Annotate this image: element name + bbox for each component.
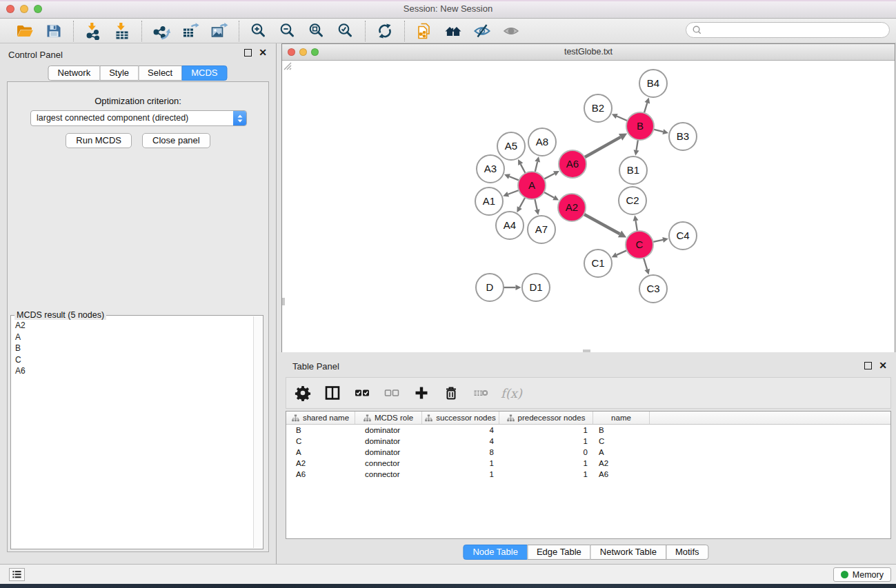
select-all-button[interactable] xyxy=(352,383,372,403)
tab-mcds[interactable]: MCDS xyxy=(181,65,227,81)
table-row[interactable]: Cdominator41C xyxy=(286,436,890,447)
mcds-result-item[interactable]: C xyxy=(15,354,253,366)
table-panel: Table Panel ✕ f(x) shared nameMCDS roles… xyxy=(277,352,896,564)
toggle-column-button[interactable] xyxy=(323,383,342,403)
delete-column-button xyxy=(471,383,490,403)
zoom-out-button[interactable] xyxy=(277,21,298,41)
import-table-button[interactable] xyxy=(112,21,132,41)
export-image-button[interactable] xyxy=(209,21,230,41)
table-row[interactable]: Bdominator41B xyxy=(286,425,890,436)
table-row[interactable]: A2connector11A2 xyxy=(286,458,890,469)
tab-network-table[interactable]: Network Table xyxy=(590,545,666,560)
export-table-button[interactable] xyxy=(180,21,201,41)
network-zoom-icon[interactable] xyxy=(311,48,319,56)
select-all-icon xyxy=(354,385,370,401)
graph-edge-A6-B[interactable] xyxy=(584,137,621,158)
refresh-layout-button[interactable] xyxy=(375,21,395,41)
canvas-vscroll-thumb[interactable] xyxy=(282,298,285,305)
network-close-icon[interactable] xyxy=(288,48,295,56)
edge-arrowhead-icon xyxy=(516,285,521,290)
settings-gear-icon xyxy=(295,385,311,401)
hide-selected-button[interactable] xyxy=(472,21,492,41)
resize-grip-icon[interactable] xyxy=(282,61,292,70)
mcds-result-item[interactable]: A2 xyxy=(15,320,253,332)
run-mcds-button[interactable]: Run MCDS xyxy=(66,133,132,148)
table-row[interactable]: A6connector11A6 xyxy=(286,469,890,480)
float-table-panel-icon[interactable] xyxy=(864,362,872,369)
criterion-select[interactable]: largest connected component (directed) xyxy=(30,110,247,126)
table-row[interactable]: Adominator80A xyxy=(286,447,890,458)
search-input[interactable] xyxy=(706,26,884,35)
control-panel-tabs: NetworkStyleSelectMCDS xyxy=(48,65,227,81)
save-session-button[interactable] xyxy=(43,21,64,41)
tab-edge-table[interactable]: Edge Table xyxy=(527,545,591,560)
node-label-A7: A7 xyxy=(535,223,548,235)
table-cell: A2 xyxy=(286,458,355,469)
memory-button[interactable]: Memory xyxy=(833,567,891,582)
zoom-selected-button[interactable] xyxy=(335,21,356,41)
close-window-icon[interactable] xyxy=(6,5,14,13)
show-panels-button[interactable] xyxy=(9,568,25,581)
copy-network-button[interactable] xyxy=(414,21,435,41)
close-table-panel-icon[interactable]: ✕ xyxy=(879,362,887,369)
result-scrollbar[interactable] xyxy=(253,316,262,548)
tab-network[interactable]: Network xyxy=(48,65,100,81)
edge-arrowhead-icon xyxy=(634,150,639,156)
table-toolbar: f(x) xyxy=(286,377,891,409)
mcds-result-list[interactable]: A2ABCA6 xyxy=(12,316,253,548)
close-panel-icon[interactable]: ✕ xyxy=(259,49,267,57)
column-header-name[interactable]: name xyxy=(593,412,650,424)
home-view-icon xyxy=(444,22,462,40)
settings-gear-button[interactable] xyxy=(293,383,312,403)
mcds-result-item[interactable]: A xyxy=(15,332,253,343)
node-label-A4: A4 xyxy=(504,219,516,231)
deselect-all-button[interactable] xyxy=(382,383,401,403)
mcds-result-item[interactable]: B xyxy=(15,343,253,354)
network-canvas[interactable]: B4B2BB3A8A5A6A3B1AA1C2A2A4A7C4CC1DD1C3 xyxy=(282,61,895,352)
node-label-A8: A8 xyxy=(536,136,548,148)
column-header-predecessor-nodes[interactable]: predecessor nodes xyxy=(499,412,593,424)
table-cell: dominator xyxy=(355,447,422,458)
table-cell: 4 xyxy=(422,436,499,447)
node-label-A1: A1 xyxy=(483,195,495,207)
zoom-in-button[interactable] xyxy=(248,21,269,41)
tab-style[interactable]: Style xyxy=(99,65,139,81)
sort-tree-icon xyxy=(292,414,299,422)
tab-motifs[interactable]: Motifs xyxy=(666,545,709,560)
export-network-button[interactable] xyxy=(151,21,172,41)
open-file-button[interactable] xyxy=(14,21,35,41)
float-panel-icon[interactable] xyxy=(244,49,252,57)
show-all-button[interactable] xyxy=(501,21,521,41)
memory-label: Memory xyxy=(853,570,884,580)
close-panel-button[interactable]: Close panel xyxy=(142,133,210,148)
mcds-result-item[interactable]: A6 xyxy=(15,365,253,377)
network-window-titlebar: testGlobe.txt xyxy=(282,44,895,61)
add-column-button[interactable] xyxy=(412,383,431,403)
column-header-shared-name[interactable]: shared name xyxy=(286,412,355,424)
column-header-MCDS-role[interactable]: MCDS role xyxy=(355,412,422,424)
column-header-successor-nodes[interactable]: successor nodes xyxy=(422,412,499,424)
table-cell: 1 xyxy=(499,458,593,469)
import-network-button[interactable] xyxy=(83,21,103,41)
zoom-fit-button[interactable] xyxy=(306,21,327,41)
delete-row-icon xyxy=(443,385,459,401)
app-titlebar: Session: New Session xyxy=(0,0,896,19)
tab-select[interactable]: Select xyxy=(138,65,182,81)
graph-edge-A2-C[interactable] xyxy=(583,214,620,234)
tab-node-table[interactable]: Node Table xyxy=(463,545,528,560)
zoom-window-icon[interactable] xyxy=(34,5,42,13)
zoom-in-icon xyxy=(250,22,268,40)
window-title: Session: New Session xyxy=(0,0,896,18)
table-cell: 0 xyxy=(499,447,593,458)
open-file-icon xyxy=(16,22,34,40)
delete-row-button[interactable] xyxy=(441,383,461,403)
minimize-window-icon[interactable] xyxy=(20,5,28,13)
network-minimize-icon[interactable] xyxy=(299,48,307,56)
search-input-wrapper[interactable] xyxy=(686,22,890,38)
home-view-button[interactable] xyxy=(443,21,464,41)
node-label-C4: C4 xyxy=(676,230,689,241)
node-table: shared nameMCDS rolesuccessor nodesprede… xyxy=(286,411,891,539)
edge-arrowhead-icon xyxy=(645,98,650,104)
search-icon xyxy=(692,25,702,35)
function-builder-icon: f(x) xyxy=(501,386,522,401)
